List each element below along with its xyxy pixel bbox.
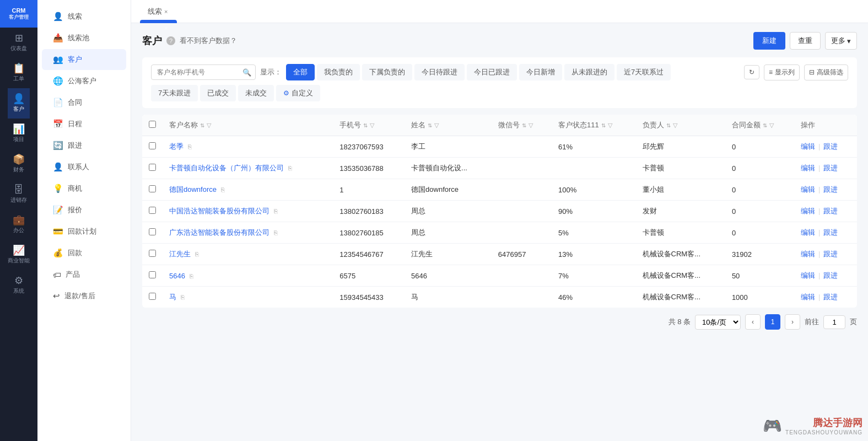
th-owner-sort[interactable]: 负责人 ⇅ ▽ [643, 120, 719, 130]
nav-item-quote[interactable]: 📝报价 [42, 200, 126, 220]
owner-filter-icon[interactable]: ▽ [673, 122, 677, 129]
copy-name-icon-7[interactable]: ⎘ [190, 273, 193, 279]
nav-item-opportunity[interactable]: 💡商机 [42, 178, 126, 199]
more-button[interactable]: 更多 ▾ [825, 32, 857, 50]
followup-btn-6[interactable]: 跟进 [823, 249, 838, 259]
select-all-checkbox[interactable] [149, 121, 156, 128]
wechat-filter-icon[interactable]: ▽ [529, 122, 533, 129]
tab-leads[interactable]: 线索× [140, 3, 177, 20]
row-checkbox-6[interactable] [149, 250, 156, 257]
filter-tab2-custom[interactable]: ⚙自定义 [276, 85, 320, 101]
goto-page-input[interactable] [823, 315, 845, 329]
copy-name-icon-8[interactable]: ⎘ [181, 294, 185, 300]
edit-btn-8[interactable]: 编辑 [801, 292, 815, 302]
sidebar-icon-workorder[interactable]: 📋工单 [8, 58, 30, 88]
nav-item-contract[interactable]: 📄合同 [42, 92, 126, 113]
advanced-filter-button[interactable]: ⊟ 高级筛选 [804, 64, 848, 80]
followup-btn-8[interactable]: 跟进 [823, 292, 838, 302]
row-checkbox-3[interactable] [149, 185, 156, 192]
filter-tab-recent-7days[interactable]: 近7天联系过 [617, 64, 671, 80]
customer-name-link-1[interactable]: 老季 [169, 142, 184, 150]
sidebar-icon-bi[interactable]: 📈商业智能 [8, 240, 30, 270]
copy-name-icon-1[interactable]: ⎘ [188, 143, 192, 150]
filter-tab2-not-closed[interactable]: 未成交 [238, 85, 274, 101]
row-checkbox-7[interactable] [149, 271, 156, 278]
customer-name-link-3[interactable]: 德国downforce [169, 185, 217, 193]
th-status-sort[interactable]: 客户状态111 ⇅ ▽ [558, 120, 629, 130]
copy-name-icon-3[interactable]: ⎘ [221, 186, 225, 193]
filter-tab-mine[interactable]: 我负责的 [317, 64, 360, 80]
row-checkbox-4[interactable] [149, 207, 156, 214]
edit-btn-5[interactable]: 编辑 [801, 228, 815, 238]
new-button[interactable]: 新建 [753, 32, 785, 50]
filter-tab-subordinate[interactable]: 下属负责的 [362, 64, 412, 80]
copy-name-icon-6[interactable]: ⎘ [195, 251, 199, 257]
tab-dashboard[interactable]: 仪表盘 [140, 0, 177, 3]
sidebar-icon-customer[interactable]: 👤客户 [8, 88, 30, 119]
tab-close-customer[interactable]: × [164, 25, 168, 31]
nav-item-public-customer[interactable]: 🌐公海客户 [42, 71, 126, 92]
sidebar-icon-project[interactable]: 📊项目 [8, 119, 30, 149]
filter-tab-today-new[interactable]: 今日新增 [519, 64, 562, 80]
name-filter-icon[interactable]: ▽ [207, 122, 211, 129]
filter-tab2-7days-no-follow[interactable]: 7天未跟进 [151, 85, 198, 101]
columns-button[interactable]: ≡ 显示列 [764, 64, 800, 80]
nav-item-customer[interactable]: 👥客户 [42, 49, 126, 70]
filter-tab2-closed[interactable]: 已成交 [200, 85, 236, 101]
edit-btn-2[interactable]: 编辑 [801, 163, 815, 173]
edit-btn-4[interactable]: 编辑 [801, 206, 815, 216]
customer-name-link-7[interactable]: 5646 [169, 272, 185, 280]
customer-name-link-2[interactable]: 卡普顿自动化设备（广州）有限公司 [169, 164, 284, 172]
row-checkbox-1[interactable] [149, 142, 156, 149]
customer-name-link-5[interactable]: 广东浩达智能装备股份有限公司 [169, 228, 269, 236]
customer-name-link-8[interactable]: 马 [169, 293, 176, 301]
phone-filter-icon[interactable]: ▽ [370, 122, 374, 129]
search-input[interactable] [151, 64, 256, 80]
th-contact-sort[interactable]: 姓名 ⇅ ▽ [411, 120, 485, 130]
edit-btn-7[interactable]: 编辑 [801, 271, 815, 281]
filter-tab-all[interactable]: 全部 [286, 64, 315, 80]
help-icon[interactable]: ? [166, 36, 175, 45]
sidebar-icon-dashboard[interactable]: ⊞仪表盘 [8, 28, 30, 58]
nav-item-lead-pool[interactable]: 📥线索池 [42, 28, 126, 49]
next-page-button[interactable]: › [785, 314, 800, 330]
sidebar-icon-office[interactable]: 💼办公 [8, 209, 30, 240]
contact-filter-icon[interactable]: ▽ [434, 122, 439, 129]
nav-item-payment[interactable]: 💰回款 [42, 243, 126, 263]
refresh-button[interactable]: ↻ [744, 65, 759, 79]
customer-name-link-6[interactable]: 江先生 [169, 250, 191, 258]
followup-btn-1[interactable]: 跟进 [823, 142, 838, 152]
th-amount-sort[interactable]: 合同金额 ⇅ ▽ [732, 120, 788, 130]
row-checkbox-8[interactable] [149, 293, 156, 300]
edit-btn-6[interactable]: 编辑 [801, 249, 815, 259]
copy-name-icon-4[interactable]: ⎘ [274, 208, 278, 214]
reset-button[interactable]: 查重 [790, 32, 821, 50]
th-wechat-sort[interactable]: 微信号 ⇅ ▽ [498, 120, 545, 130]
followup-btn-5[interactable]: 跟进 [823, 228, 838, 238]
followup-btn-7[interactable]: 跟进 [823, 271, 838, 281]
filter-tab-today-pending[interactable]: 今日待跟进 [414, 64, 465, 80]
filter-tab-today-followed[interactable]: 今日已跟进 [467, 64, 517, 80]
nav-item-schedule[interactable]: 📅日程 [42, 114, 126, 135]
nav-item-contact[interactable]: 👤联系人 [42, 157, 126, 178]
status-filter-icon[interactable]: ▽ [608, 122, 612, 129]
no-data-link[interactable]: 看不到客户数据？ [180, 36, 237, 46]
edit-btn-3[interactable]: 编辑 [801, 185, 815, 195]
current-page-button[interactable]: 1 [765, 314, 780, 330]
copy-name-icon-2[interactable]: ⎘ [288, 165, 292, 171]
sidebar-icon-system[interactable]: ⚙系统 [8, 270, 30, 300]
page-size-select[interactable]: 10条/页20条/页50条/页 [695, 315, 741, 330]
sidebar-icon-finance[interactable]: 📦财务 [8, 149, 30, 179]
prev-page-button[interactable]: ‹ [745, 314, 761, 330]
nav-item-payment-plan[interactable]: 💳回款计划 [42, 221, 126, 242]
followup-btn-4[interactable]: 跟进 [823, 206, 838, 216]
nav-item-refund[interactable]: ↩退款/售后 [42, 286, 126, 306]
customer-name-link-4[interactable]: 中国浩达智能装备股份有限公司 [169, 207, 269, 215]
th-name-sort[interactable]: 客户名称 ⇅ ▽ [169, 120, 326, 130]
tab-close-leads[interactable]: × [164, 8, 168, 15]
filter-tab-never-followed[interactable]: 从未跟进的 [564, 64, 614, 80]
followup-btn-2[interactable]: 跟进 [823, 163, 838, 173]
row-checkbox-2[interactable] [149, 164, 156, 171]
amount-filter-icon[interactable]: ▽ [769, 122, 774, 129]
sidebar-icon-inventory[interactable]: 🗄进销存 [8, 179, 30, 209]
